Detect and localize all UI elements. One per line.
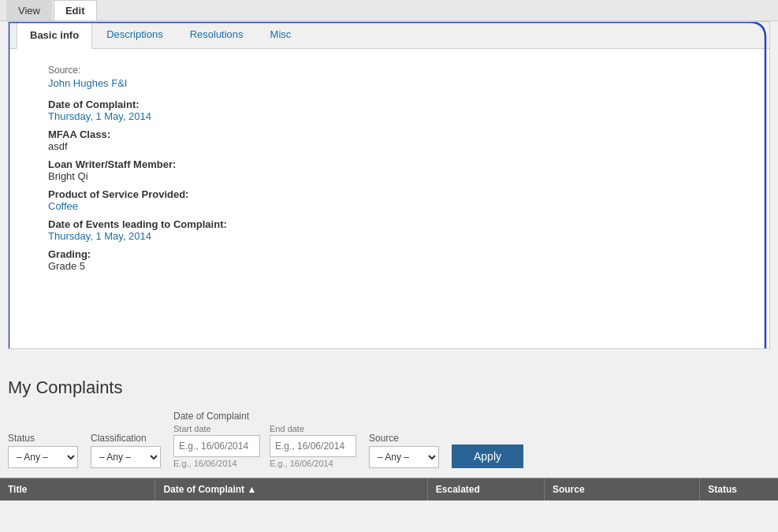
mfaa-class-value: asdf [48, 140, 746, 152]
loan-writer-label: Loan Writer/Staff Member: [48, 158, 746, 170]
th-title: Title [0, 478, 155, 500]
filter-row: Status – Any – Classification – Any – Da… [0, 406, 778, 471]
end-date-group: End date E.g., 16/06/2014 [270, 424, 356, 468]
source-label: Source: [48, 65, 746, 76]
grading-label: Grading: [48, 248, 746, 260]
date-of-complaint-label: Date of Complaint: [48, 99, 746, 110]
date-of-complaint-filter-group: Date of Complaint Start date E.g., 16/06… [173, 411, 356, 468]
date-of-complaint-filter-label: Date of Complaint [173, 411, 356, 422]
date-of-events-field: Date of Events leading to Complaint: Thu… [48, 218, 746, 242]
view-tab[interactable]: View [6, 0, 52, 20]
status-filter-label: Status [8, 433, 78, 444]
status-select[interactable]: – Any – [8, 446, 78, 468]
classification-filter-label: Classification [91, 433, 161, 444]
date-of-events-value: Thursday, 1 May, 2014 [48, 230, 746, 242]
source-field: Source: John Hughes F&I [48, 65, 746, 89]
end-date-hint: E.g., 16/06/2014 [270, 459, 356, 468]
apply-button-group: Apply [452, 445, 523, 468]
date-of-complaint-value: Thursday, 1 May, 2014 [48, 110, 746, 122]
end-date-label: End date [270, 424, 356, 433]
classification-select[interactable]: – Any – [91, 446, 161, 468]
detail-card: Basic info Descriptions Resolutions Misc… [8, 21, 770, 349]
table-header: Title Date of Complaint ▲ Escalated Sour… [0, 478, 778, 500]
my-complaints-section: My Complaints Status – Any – Classificat… [0, 349, 778, 500]
source-filter-label: Source [369, 433, 439, 444]
status-filter-group: Status – Any – [8, 433, 78, 468]
source-value[interactable]: John Hughes F&I [48, 77, 746, 89]
product-value[interactable]: Coffee [48, 200, 746, 212]
loan-writer-field: Loan Writer/Staff Member: Bright Qi [48, 158, 746, 182]
classification-filter-group: Classification – Any – [91, 433, 161, 468]
inner-tabs: Basic info Descriptions Resolutions Misc [9, 22, 769, 49]
source-select[interactable]: – Any – [369, 446, 439, 468]
th-escalated: Escalated [428, 478, 545, 500]
tab-resolutions[interactable]: Resolutions [177, 22, 256, 48]
start-date-hint: E.g., 16/06/2014 [173, 459, 260, 468]
product-label: Product of Service Provided: [48, 188, 746, 200]
edit-tab[interactable]: Edit [54, 0, 97, 20]
date-of-events-label: Date of Events leading to Complaint: [48, 218, 746, 230]
tab-descriptions[interactable]: Descriptions [94, 22, 176, 48]
start-date-label: Start date [173, 424, 260, 433]
th-source: Source [545, 478, 700, 500]
grading-field: Grading: Grade 5 [48, 248, 746, 272]
tab-basic-info[interactable]: Basic info [17, 22, 92, 49]
date-of-complaint-field: Date of Complaint: Thursday, 1 May, 2014 [48, 99, 746, 122]
start-date-input[interactable] [173, 435, 260, 457]
source-filter-group: Source – Any – [369, 433, 439, 468]
product-field: Product of Service Provided: Coffee [48, 188, 746, 212]
loan-writer-value: Bright Qi [48, 170, 746, 182]
apply-button[interactable]: Apply [452, 445, 523, 468]
end-date-input[interactable] [270, 435, 356, 457]
my-complaints-title: My Complaints [0, 365, 778, 406]
start-date-group: Start date E.g., 16/06/2014 [173, 424, 260, 468]
top-tabs: View Edit [0, 0, 778, 21]
card-body: Source: John Hughes F&I Date of Complain… [9, 49, 769, 348]
th-status: Status [700, 478, 778, 500]
date-sub-row: Start date E.g., 16/06/2014 End date E.g… [173, 424, 356, 468]
th-date-of-complaint[interactable]: Date of Complaint ▲ [155, 478, 427, 500]
grading-value: Grade 5 [48, 260, 746, 272]
mfaa-class-field: MFAA Class: asdf [48, 128, 746, 152]
mfaa-class-label: MFAA Class: [48, 128, 746, 140]
tab-misc[interactable]: Misc [258, 22, 304, 48]
